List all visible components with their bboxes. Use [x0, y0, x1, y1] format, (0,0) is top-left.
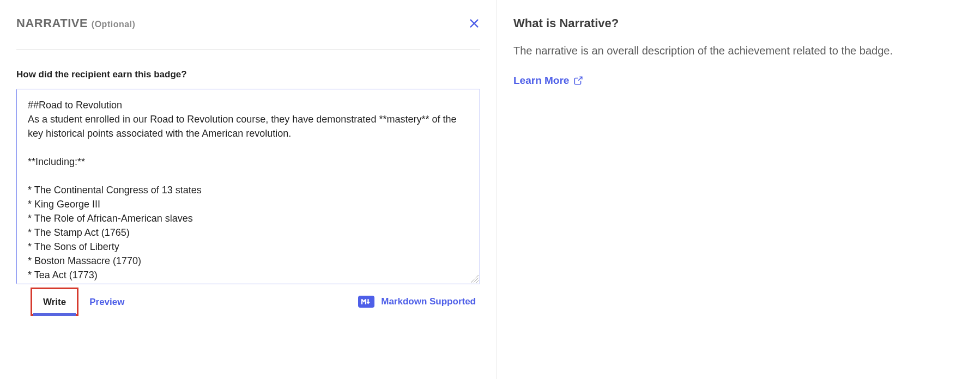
editor-tabs: Write Preview Markdown Supported: [16, 288, 480, 316]
markdown-icon: [358, 296, 374, 308]
markdown-supported-link[interactable]: Markdown Supported: [358, 296, 480, 308]
help-panel: What is Narrative? The narrative is an o…: [497, 0, 980, 379]
help-title: What is Narrative?: [513, 16, 958, 30]
narrative-textarea[interactable]: [17, 89, 480, 284]
external-link-icon: [573, 76, 583, 85]
section-title-main: NARRATIVE: [16, 16, 88, 30]
markdown-supported-label: Markdown Supported: [381, 296, 476, 307]
close-icon[interactable]: [468, 17, 480, 29]
section-title-optional: (Optional): [92, 20, 136, 29]
section-title: NARRATIVE (Optional): [16, 16, 135, 30]
narrative-textarea-wrap: [16, 89, 480, 284]
field-label: How did the recipient earn this badge?: [16, 69, 480, 80]
learn-more-link[interactable]: Learn More: [513, 75, 583, 87]
tab-preview[interactable]: Preview: [78, 289, 135, 314]
narrative-section: NARRATIVE (Optional) How did the recipie…: [0, 0, 497, 379]
help-body: The narrative is an overall description …: [513, 42, 958, 59]
section-header: NARRATIVE (Optional): [16, 16, 480, 50]
tab-write[interactable]: Write: [31, 288, 78, 316]
learn-more-label: Learn More: [513, 75, 569, 87]
